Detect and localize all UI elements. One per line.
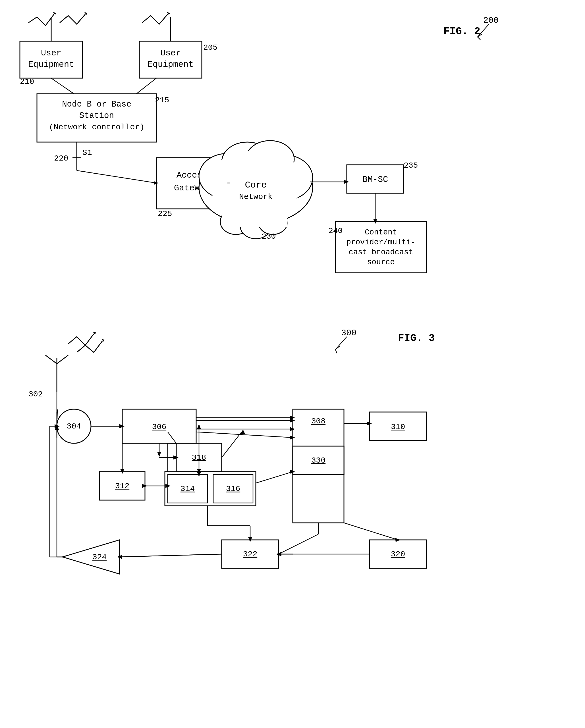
ue2-label1: User <box>160 48 181 58</box>
fig3-title: FIG. 3 <box>398 333 435 344</box>
fig3-ref300: 300 <box>341 328 356 338</box>
svg-line-9 <box>136 78 156 94</box>
svg-line-2 <box>478 37 480 40</box>
svg-line-84 <box>344 523 398 540</box>
ue1-label2: Equipment <box>28 60 74 69</box>
diagram-container: FIG. 2 200 User Equipment 210 User Equip… <box>0 0 585 728</box>
node320-label: 320 <box>391 550 405 558</box>
node314-label: 314 <box>180 485 195 493</box>
node306-label: 306 <box>152 422 166 431</box>
node312-label: 312 <box>115 482 129 490</box>
ue1-ref: 210 <box>20 77 34 86</box>
ue1-label1: User <box>41 48 61 58</box>
svg-marker-68 <box>197 424 201 429</box>
svg-line-8 <box>51 78 74 94</box>
nodeB-ref: 215 <box>155 96 169 105</box>
s1-label: 220 <box>54 154 68 163</box>
content-label3: cast broadcast <box>349 248 413 257</box>
agw-ref: 225 <box>158 209 172 218</box>
content-ref: 240 <box>328 227 342 235</box>
main-diagram-svg: FIG. 2 200 User Equipment 210 User Equip… <box>0 0 585 728</box>
node316-label: 316 <box>226 485 240 493</box>
node310-label: 310 <box>391 422 405 431</box>
node308-label: 308 <box>311 417 326 426</box>
node324-label: 324 <box>93 553 107 562</box>
svg-marker-103 <box>239 430 245 435</box>
core-cloud: Core Network <box>199 141 313 239</box>
ue2-ref: 205 <box>203 43 218 52</box>
core-label: Core <box>245 180 267 190</box>
svg-line-104 <box>119 554 222 557</box>
svg-line-102 <box>222 432 241 458</box>
node330-label: 330 <box>311 456 326 465</box>
nodeB-label1: Node B or Base <box>62 100 131 109</box>
svg-rect-23 <box>222 205 287 227</box>
bmsc-label: BM-SC <box>362 175 388 184</box>
nodeB-label3: (Network controller) <box>49 123 145 132</box>
svg-line-69 <box>256 472 293 483</box>
content-label2: provider/multi- <box>346 238 415 246</box>
s1-text: S1 <box>82 148 92 157</box>
nodeB-label2: Station <box>79 111 114 121</box>
bmsc-ref: 235 <box>404 161 418 170</box>
ue2-label2: Equipment <box>148 60 194 69</box>
svg-line-76 <box>279 534 319 554</box>
core-ref: 230 <box>261 232 276 241</box>
svg-line-31 <box>335 337 347 349</box>
content-label4: source <box>367 258 395 266</box>
node324-triangle <box>62 540 119 574</box>
fig2-title: FIG. 2 <box>443 26 480 37</box>
node322-label: 322 <box>243 550 257 558</box>
svg-line-36 <box>57 355 68 364</box>
fig2-ref200: 200 <box>483 16 499 25</box>
svg-text:Network: Network <box>239 192 273 201</box>
fig3-ref302: 302 <box>28 390 43 399</box>
svg-line-33 <box>335 349 337 353</box>
content-label1: Content <box>365 228 397 237</box>
svg-line-35 <box>46 355 57 364</box>
node304-label: 304 <box>67 422 81 431</box>
svg-marker-59 <box>157 452 161 457</box>
svg-line-12 <box>77 171 156 183</box>
